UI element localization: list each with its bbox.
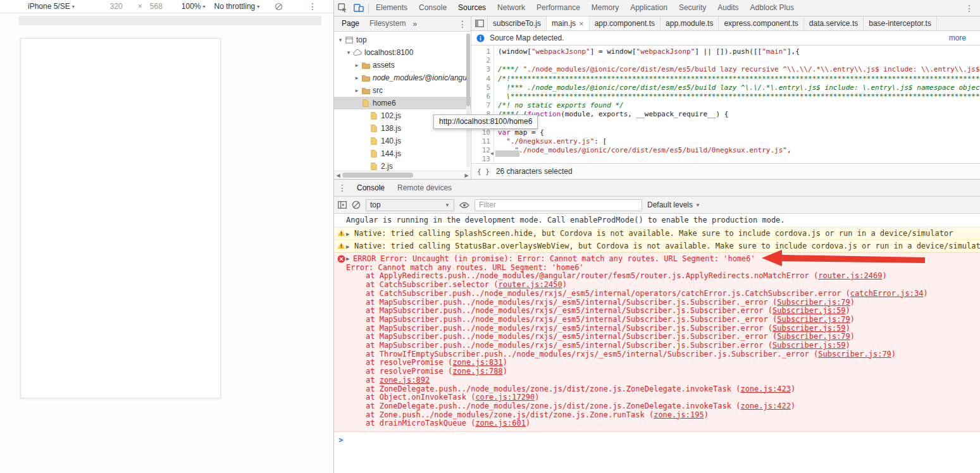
close-icon[interactable]: × xyxy=(579,20,584,28)
navigator-menu-icon[interactable]: ⋮ xyxy=(458,20,467,28)
tab-sources[interactable]: Sources xyxy=(452,0,492,16)
editor-tab-label: express.component.ts xyxy=(724,16,798,31)
tree-item-src[interactable]: ▸src xyxy=(334,84,471,97)
editor-tab-app-component-ts[interactable]: app.component.ts xyxy=(590,16,661,30)
drawer-tab-console[interactable]: Console xyxy=(350,180,391,196)
tree-scrollbar[interactable] xyxy=(466,34,470,168)
tab-audits[interactable]: Audits xyxy=(712,0,744,16)
tab-memory[interactable]: Memory xyxy=(586,0,624,16)
device-select[interactable]: iPhone 5/SE▾ xyxy=(28,2,75,11)
device-viewport[interactable] xyxy=(20,38,221,398)
code-content[interactable]: (window["webpackJsonp"] = window["webpac… xyxy=(494,46,980,163)
tab-adblock-plus[interactable]: Adblock Plus xyxy=(745,0,800,16)
console-warning-message[interactable]: ▶Native: tried calling StatusBar.overlay… xyxy=(334,240,980,252)
tab-console[interactable]: Console xyxy=(413,0,452,16)
source-link[interactable]: zone.js:601 xyxy=(475,419,525,427)
viewport-height-field[interactable]: 568 xyxy=(150,2,163,11)
device-toolbar-menu-icon[interactable]: ⋮ xyxy=(308,2,317,11)
live-expression-eye-icon[interactable] xyxy=(459,202,469,209)
expand-caret-icon[interactable]: ▶ xyxy=(346,242,349,251)
viewport-width-field[interactable]: 320 xyxy=(110,2,123,11)
tree-item-home6[interactable]: home6 xyxy=(334,97,471,109)
console-error-message[interactable]: ▶ ERROR Error: Uncaught (in promise): Er… xyxy=(334,252,980,432)
overflow-chevron-icon[interactable]: » xyxy=(411,20,419,28)
editor-tab-subscribeto-js[interactable]: subscribeTo.js xyxy=(488,16,547,30)
editor-tab-express-component-ts[interactable]: express.component.ts xyxy=(719,16,803,30)
slash-icon[interactable] xyxy=(275,3,283,11)
clear-console-icon[interactable] xyxy=(352,200,361,209)
expand-caret-icon[interactable]: ▶ xyxy=(346,230,349,238)
devtools-menu-icon[interactable]: ⋮ xyxy=(965,4,974,13)
toggle-device-toolbar-icon[interactable] xyxy=(350,0,367,16)
tree-item-top[interactable]: ▾top xyxy=(334,34,471,46)
chevron-right-icon[interactable]: ▸ xyxy=(353,62,361,68)
scrollbar-thumb[interactable] xyxy=(466,34,470,106)
scrollbar-thumb[interactable] xyxy=(495,150,519,157)
tab-elements[interactable]: Elements xyxy=(370,0,413,16)
editor-horizontal-scrollbar[interactable]: ◀ xyxy=(490,149,519,158)
code-token: ],{ xyxy=(787,47,800,56)
tree-item-144-js[interactable]: 144.js xyxy=(334,147,471,160)
editor-tab-base-interceptor-ts[interactable]: base-interceptor.ts xyxy=(864,16,937,30)
scroll-left-icon[interactable]: ◀ xyxy=(490,149,493,158)
source-link[interactable]: Subscriber.js:59 xyxy=(772,306,846,315)
code-editor-area[interactable]: 12345678910111213 (window["webpackJsonp"… xyxy=(471,46,980,163)
execution-context-select[interactable]: top ▼ xyxy=(366,199,454,211)
scroll-left-icon[interactable]: ◀ xyxy=(334,173,342,178)
drawer-tab-remote-devices[interactable]: Remote devices xyxy=(391,180,458,196)
tab-application[interactable]: Application xyxy=(624,0,673,16)
tree-item-140-js[interactable]: 140.js xyxy=(334,135,471,147)
navigator-tab-filesystem[interactable]: Filesystem xyxy=(364,16,411,31)
toggle-navigator-icon[interactable] xyxy=(471,16,488,30)
chevron-down-icon[interactable]: ▾ xyxy=(345,49,352,56)
source-link[interactable]: zone.js:423 xyxy=(740,384,790,393)
source-link[interactable]: zone.js:788 xyxy=(452,367,502,376)
source-link[interactable]: router.js:2469 xyxy=(818,271,882,280)
log-levels-select[interactable]: Default levels ▼ xyxy=(647,200,700,209)
editor-tab-app-module-ts[interactable]: app.module.ts xyxy=(661,16,719,30)
source-link[interactable]: Subscriber.js:79 xyxy=(777,298,850,307)
source-link[interactable]: zone.js:195 xyxy=(654,410,704,419)
chevron-right-icon[interactable]: ▸ xyxy=(353,87,361,94)
pretty-print-icon[interactable]: { } xyxy=(477,168,490,176)
tab-security[interactable]: Security xyxy=(673,0,712,16)
scrollbar-thumb[interactable] xyxy=(342,173,413,178)
source-link[interactable]: zone.js:422 xyxy=(740,402,790,410)
drawer-tabs-group: ConsoleRemote devices xyxy=(350,180,458,196)
source-link[interactable]: Subscriber.js:59 xyxy=(772,324,846,333)
zoom-select[interactable]: 100%▾ xyxy=(182,2,206,11)
tab-performance[interactable]: Performance xyxy=(531,0,586,16)
editor-tab-data-service-ts[interactable]: data.service.ts xyxy=(804,16,864,30)
tree-item-assets[interactable]: ▸assets xyxy=(334,59,471,71)
source-link[interactable]: zone.js:831 xyxy=(452,358,502,367)
chevron-right-icon[interactable]: ▸ xyxy=(353,75,361,81)
console-prompt[interactable]: > xyxy=(334,432,980,445)
source-link[interactable]: core.js:17290 xyxy=(475,393,535,402)
navigator-tab-page[interactable]: Page xyxy=(337,16,364,31)
console-info-message[interactable]: Angular is running in the development mo… xyxy=(334,214,980,227)
source-link[interactable]: zone.js:892 xyxy=(380,376,430,384)
console-filter-input[interactable] xyxy=(474,199,642,211)
infobar-more-link[interactable]: more xyxy=(949,34,966,42)
source-link[interactable]: Subscriber.js:79 xyxy=(777,332,850,341)
source-link[interactable]: catchError.js:34 xyxy=(850,289,924,298)
tree-horizontal-scrollbar[interactable]: ◀ ▶ xyxy=(334,171,471,179)
console-sidebar-icon[interactable] xyxy=(338,201,347,209)
tree-item-node-modules-ionic-angu[interactable]: ▸node_modules/@ionic/angu xyxy=(334,71,471,84)
editor-tab-main-js[interactable]: main.js× xyxy=(547,16,590,30)
source-link[interactable]: Subscriber.js:79 xyxy=(818,350,891,359)
scroll-right-icon[interactable]: ▶ xyxy=(462,173,471,178)
throttling-select[interactable]: No throttling▾ xyxy=(214,2,260,11)
tree-item-2-js[interactable]: 2.js xyxy=(334,160,471,171)
source-link[interactable]: Subscriber.js:59 xyxy=(772,341,846,350)
source-link[interactable]: Subscriber.js:79 xyxy=(777,315,850,324)
source-link[interactable]: router.js:2450 xyxy=(499,280,562,289)
console-warning-message[interactable]: ▶Native: tried calling SplashScreen.hide… xyxy=(334,227,980,240)
drawer-menu-icon[interactable]: ⋮ xyxy=(334,183,350,192)
tree-item-localhost-8100[interactable]: ▾localhost:8100 xyxy=(334,46,471,59)
chevron-down-icon[interactable]: ▾ xyxy=(337,37,344,43)
stack-text: at MapSubscriber.push../node_modules/rxj… xyxy=(366,306,772,315)
tab-network[interactable]: Network xyxy=(492,0,531,16)
expand-caret-icon[interactable]: ▶ xyxy=(346,255,349,264)
inspect-element-icon[interactable] xyxy=(334,0,350,16)
